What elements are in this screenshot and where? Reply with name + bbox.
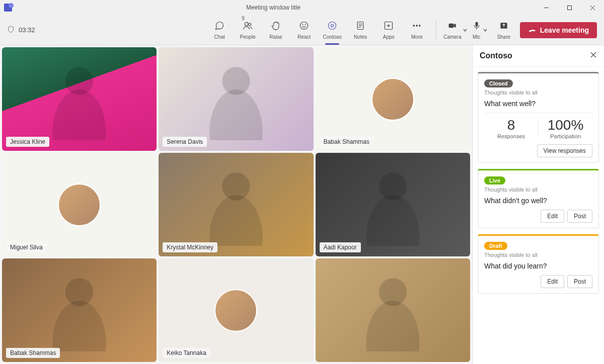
- side-panel: Contoso Closed Thoughts visible to all W…: [472, 45, 604, 364]
- toolbar-separator: [436, 20, 436, 40]
- teams-app-icon: [4, 4, 12, 12]
- title-bar: Meeting window title: [0, 0, 604, 15]
- window-minimize-button[interactable]: [535, 0, 558, 15]
- participant-name: Serena Davis: [163, 137, 207, 147]
- participant-name: Jessica Kline: [6, 137, 49, 147]
- contoso-app-button[interactable]: Contoso: [320, 21, 344, 40]
- svg-point-6: [300, 22, 308, 29]
- svg-point-18: [413, 25, 415, 26]
- svg-point-5: [249, 23, 251, 26]
- visibility-label: Thoughts visible to all: [484, 252, 592, 258]
- post-button[interactable]: Post: [567, 275, 592, 288]
- window-title: Meeting window title: [12, 4, 535, 11]
- people-icon: 9: [243, 21, 253, 33]
- participant-tile[interactable]: Jessica Kline: [2, 47, 157, 151]
- notes-icon: [355, 21, 365, 33]
- more-button[interactable]: More: [405, 21, 429, 40]
- participant-tile[interactable]: Babak Shammas: [316, 47, 470, 151]
- meeting-toolbar: 03:32 Chat 9 People Raise React Contoso …: [0, 15, 604, 45]
- mic-button[interactable]: Mic: [472, 21, 488, 40]
- participant-tile[interactable]: Babak Shammas: [2, 258, 157, 362]
- mic-icon: [472, 21, 482, 33]
- more-icon: [412, 21, 422, 33]
- status-badge: Live: [484, 176, 505, 185]
- status-badge: Closed: [484, 79, 513, 87]
- prompt-question: What didn't go well?: [484, 197, 592, 205]
- visibility-label: Thoughts visible to all: [484, 89, 592, 96]
- svg-point-7: [303, 24, 303, 25]
- svg-point-20: [419, 25, 421, 26]
- status-badge: Draft: [484, 242, 507, 250]
- svg-point-9: [329, 22, 336, 29]
- main-content: Jessica Kline Serena Davis Babak Shammas…: [0, 45, 604, 364]
- panel-header: Contoso: [473, 45, 604, 67]
- participant-name: Aadi Kapoor: [320, 242, 361, 252]
- chevron-down-icon[interactable]: [463, 26, 468, 35]
- window-close-button[interactable]: [581, 0, 604, 15]
- people-button[interactable]: 9 People: [236, 21, 260, 40]
- svg-rect-1: [567, 6, 571, 10]
- window-maximize-button[interactable]: [558, 0, 581, 15]
- panel-title: Contoso: [480, 51, 512, 60]
- participant-tile[interactable]: [316, 258, 470, 362]
- share-icon: [499, 21, 509, 33]
- participant-tile[interactable]: Keiko Tannaka: [159, 258, 313, 362]
- camera-icon: [447, 21, 458, 33]
- participant-tile[interactable]: Krystal McKinney: [159, 153, 313, 256]
- participant-name: Babak Shammas: [6, 348, 60, 358]
- prompt-card-draft: Draft Thoughts visible to all What did y…: [478, 234, 599, 294]
- svg-point-4: [245, 22, 248, 26]
- participant-tile[interactable]: Serena Davis: [159, 47, 313, 151]
- visibility-label: Thoughts visible to all: [484, 187, 592, 193]
- react-button[interactable]: React: [292, 21, 316, 40]
- post-button[interactable]: Post: [567, 210, 592, 223]
- prompt-card-live: Live Thoughts visible to all What didn't…: [478, 169, 599, 228]
- participant-tile[interactable]: Aadi Kapoor: [316, 153, 470, 256]
- share-button[interactable]: Share: [492, 21, 516, 40]
- participation-percent: 100%: [539, 117, 592, 133]
- close-panel-button[interactable]: [590, 51, 597, 60]
- contoso-app-icon: [327, 21, 337, 33]
- chat-icon: [214, 21, 224, 33]
- edit-button[interactable]: Edit: [541, 210, 564, 223]
- video-grid: Jessica Kline Serena Davis Babak Shammas…: [0, 45, 472, 364]
- responses-count: 8: [484, 117, 538, 133]
- participant-name: Miguel Silva: [6, 242, 47, 252]
- apps-button[interactable]: Apps: [376, 21, 401, 40]
- chat-button[interactable]: Chat: [207, 21, 232, 40]
- prompt-card-closed: Closed Thoughts visible to all What went…: [478, 72, 599, 163]
- people-count: 9: [242, 16, 245, 21]
- react-icon: [299, 21, 309, 33]
- raise-hand-icon: [271, 21, 281, 33]
- camera-button[interactable]: Camera: [443, 21, 468, 40]
- svg-point-10: [331, 24, 334, 27]
- avatar: [214, 289, 257, 332]
- edit-button[interactable]: Edit: [541, 275, 564, 288]
- svg-point-19: [416, 25, 418, 26]
- avatar: [58, 184, 101, 226]
- raise-hand-button[interactable]: Raise: [264, 21, 288, 40]
- avatar: [371, 78, 414, 121]
- chevron-down-icon[interactable]: [483, 26, 488, 35]
- apps-icon: [384, 21, 394, 33]
- prompt-question: What went well?: [484, 100, 592, 108]
- svg-rect-22: [475, 22, 478, 26]
- participant-tile[interactable]: Miguel Silva: [2, 153, 157, 256]
- notes-button[interactable]: Notes: [348, 21, 372, 40]
- svg-point-8: [305, 24, 306, 25]
- prompt-question: What did you learn?: [484, 262, 592, 270]
- meeting-timer: 03:32: [19, 26, 35, 34]
- view-responses-button[interactable]: View responses: [537, 144, 593, 157]
- hangup-icon: [528, 26, 536, 34]
- svg-rect-21: [448, 23, 454, 27]
- participant-name: Krystal McKinney: [163, 242, 217, 252]
- leave-meeting-button[interactable]: Leave meeting: [520, 22, 597, 38]
- participant-name: Babak Shammas: [320, 137, 373, 147]
- shield-icon: [7, 26, 15, 35]
- participant-name: Keiko Tannaka: [163, 348, 210, 358]
